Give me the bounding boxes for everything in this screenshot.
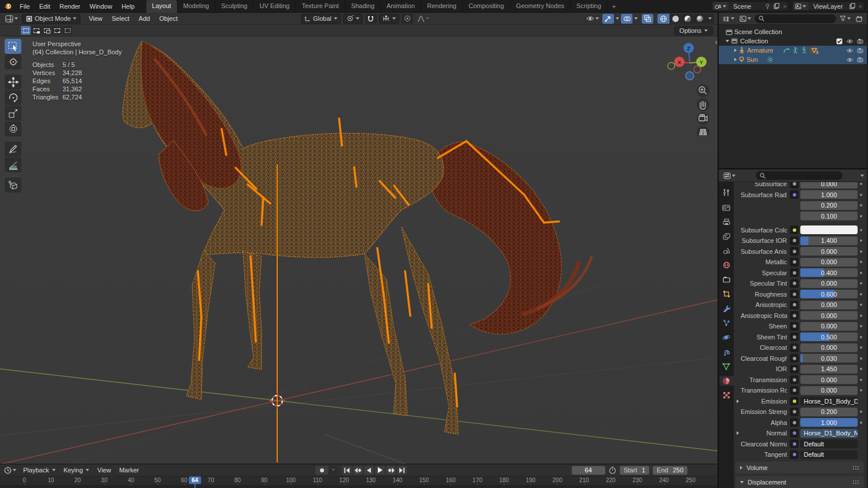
workspace-tab[interactable]: Sculpting [215, 0, 253, 13]
property-row[interactable]: Subsurface 0.000 [735, 182, 865, 188]
end-frame-field[interactable]: End250 [653, 466, 687, 475]
prev-keyframe-button[interactable] [353, 466, 363, 475]
start-frame-field[interactable]: Start1 [620, 466, 649, 475]
animate-property-dot[interactable] [858, 443, 865, 445]
select-intersect-button[interactable] [62, 26, 72, 35]
mesh-children-badge[interactable]: 3 [810, 47, 818, 54]
scale-tool[interactable] [5, 106, 21, 121]
property-value-field[interactable] [800, 225, 858, 234]
app-menu[interactable]: Help [117, 3, 139, 10]
tab-tool[interactable] [719, 188, 734, 198]
armature-expand-icon[interactable] [734, 49, 737, 52]
property-socket-button[interactable] [790, 397, 799, 405]
new-viewlayer-icon[interactable] [848, 3, 857, 9]
collection-checkbox[interactable] [836, 38, 843, 45]
tab-modifiers[interactable] [719, 304, 734, 313]
snap-target-selector[interactable] [379, 14, 399, 24]
jump-to-start-button[interactable] [342, 466, 352, 475]
timeline-editor-type-button[interactable] [2, 465, 18, 475]
property-row[interactable]: Transmission Ro... 0.000 [735, 386, 865, 395]
property-row[interactable]: Metallic 0.000 [735, 257, 865, 267]
outliner-row-scene-collection[interactable]: Scene Collection [719, 27, 867, 36]
animate-property-dot[interactable] [858, 336, 865, 338]
workspace-tab[interactable]: Compositing [463, 0, 510, 13]
properties-editor-type-button[interactable] [722, 171, 737, 180]
orientation-selector[interactable]: Global [301, 14, 341, 24]
timeline-menu[interactable]: Keying [60, 467, 94, 474]
tab-texture[interactable] [719, 390, 734, 400]
cursor-tool[interactable] [5, 54, 21, 69]
app-menu[interactable]: File [15, 3, 35, 10]
workspace-tab[interactable]: Scripting [571, 0, 608, 13]
viewlayer-name[interactable]: ViewLayer [808, 3, 847, 10]
property-socket-button[interactable] [790, 418, 799, 427]
add-workspace-button[interactable]: + [608, 1, 620, 12]
armature-data-icon[interactable] [801, 47, 807, 54]
tab-constraints[interactable] [719, 347, 734, 357]
property-row[interactable]: Specular Tint 0.000 [735, 279, 865, 288]
auto-keying-button[interactable] [315, 466, 328, 475]
viewport-menu[interactable]: Add [134, 15, 155, 22]
property-value-field[interactable]: 0.000 [800, 311, 858, 320]
animate-property-dot[interactable] [858, 400, 865, 402]
tab-output[interactable] [719, 217, 734, 227]
timeline-menu[interactable]: Marker [115, 467, 143, 474]
property-socket-button[interactable] [790, 408, 799, 416]
next-keyframe-button[interactable] [386, 466, 396, 475]
app-menu[interactable]: Render [55, 3, 85, 10]
property-row[interactable]: Sheen Tint 0.500 [735, 332, 865, 342]
viewport-menu[interactable]: Select [107, 15, 134, 22]
blender-logo-icon[interactable] [0, 3, 15, 10]
property-value-field[interactable]: 0.400 [800, 268, 858, 277]
select-subtract-button[interactable] [42, 26, 52, 35]
auto-keying-dropdown[interactable] [329, 466, 337, 475]
axis-neg-z-ball[interactable] [686, 72, 694, 80]
horse-wireframe-mesh[interactable] [123, 41, 591, 434]
outliner-row-collection[interactable]: Collection [719, 36, 867, 46]
properties-search-input[interactable] [756, 171, 843, 180]
animate-property-dot[interactable] [858, 183, 865, 185]
property-socket-button[interactable] [790, 332, 799, 341]
play-button[interactable] [375, 466, 385, 475]
mode-selector[interactable]: Object Mode [22, 14, 80, 24]
playhead-frame-badge[interactable]: 64 [189, 476, 201, 484]
properties-options-dropdown[interactable] [860, 175, 864, 177]
workspace-tab[interactable]: Rendering [421, 0, 463, 13]
tab-object-data[interactable] [719, 361, 734, 371]
select-box-tool[interactable] [5, 39, 21, 54]
property-value-field[interactable]: 0.000 [800, 301, 858, 309]
sun-hide-eye-icon[interactable] [846, 57, 854, 62]
animate-property-dot[interactable] [858, 357, 865, 360]
animate-property-dot[interactable] [858, 272, 865, 274]
property-socket-button[interactable] [790, 290, 799, 298]
select-extend-button[interactable] [31, 26, 41, 35]
collection-hide-eye-icon[interactable] [846, 39, 854, 44]
app-menu[interactable]: Window [85, 3, 117, 10]
shading-material-button[interactable] [682, 14, 694, 24]
displacement-panel-header[interactable]: Displacement [735, 476, 864, 488]
pan-button[interactable] [697, 98, 709, 111]
animate-property-dot[interactable] [858, 411, 865, 413]
color-swatch[interactable] [800, 225, 858, 234]
animate-property-dot[interactable] [858, 293, 865, 295]
property-value-field[interactable]: 1.000 [800, 190, 858, 199]
property-value-field[interactable]: 0.100 [800, 212, 858, 220]
property-row[interactable]: Emission Horse_D1_Body_Diffuse [735, 397, 865, 406]
workspace-tab[interactable]: Modeling [178, 0, 216, 13]
shading-rendered-button[interactable] [694, 14, 706, 24]
animate-property-dot[interactable] [858, 315, 865, 317]
animate-property-dot[interactable] [858, 325, 865, 327]
app-menu[interactable]: Edit [35, 3, 55, 10]
animate-property-dot[interactable] [858, 229, 865, 231]
proportional-editing-icon[interactable] [402, 14, 413, 24]
tab-object[interactable] [719, 289, 734, 299]
panel-drag-grip[interactable] [852, 480, 860, 484]
pivot-point-selector[interactable] [343, 14, 363, 24]
animation-data-icon[interactable] [783, 47, 790, 54]
property-row[interactable]: 0.200 [735, 201, 865, 210]
property-row[interactable]: Subsurface IOR 1.400 [735, 236, 865, 245]
property-row[interactable]: Subsurface Radius 1.000 [735, 190, 865, 199]
new-collection-button[interactable] [854, 14, 865, 24]
armature-render-camera-icon[interactable] [857, 47, 863, 53]
property-socket-button[interactable] [790, 258, 799, 267]
